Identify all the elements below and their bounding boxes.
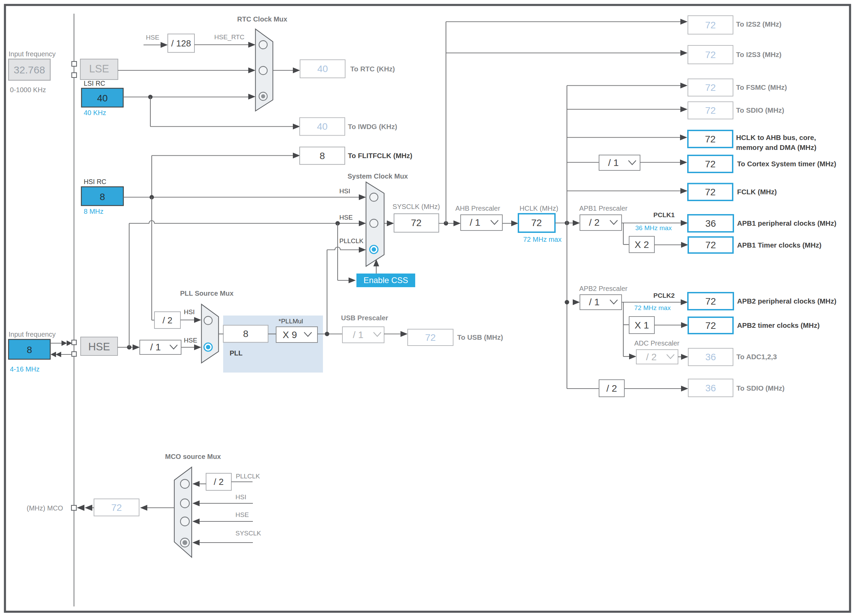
svg-text:/ 2: / 2 xyxy=(646,352,656,362)
svg-text:PLLCLK: PLLCLK xyxy=(236,472,260,480)
svg-text:72 MHz max: 72 MHz max xyxy=(523,235,561,243)
svg-text:APB1 Timer clocks (MHz): APB1 Timer clocks (MHz) xyxy=(737,241,821,249)
svg-text:PCLK2: PCLK2 xyxy=(653,292,674,299)
svg-text:/ 2: / 2 xyxy=(162,315,173,326)
svg-text:To SDIO (MHz): To SDIO (MHz) xyxy=(736,384,785,392)
svg-text:LSE: LSE xyxy=(89,63,109,75)
svg-text:/ 1: / 1 xyxy=(352,330,363,340)
svg-text:To USB (MHz): To USB (MHz) xyxy=(457,333,503,341)
svg-text:72: 72 xyxy=(705,296,716,307)
svg-text:HSE: HSE xyxy=(184,337,197,344)
svg-text:HSI: HSI xyxy=(236,494,247,501)
svg-text:PCLK1: PCLK1 xyxy=(653,211,675,219)
svg-text:To SDIO (MHz): To SDIO (MHz) xyxy=(736,106,784,114)
svg-text:To I2S3 (MHz): To I2S3 (MHz) xyxy=(736,50,781,58)
svg-text:/ 2: / 2 xyxy=(606,383,617,394)
svg-text:(MHz) MCO: (MHz) MCO xyxy=(27,504,63,512)
svg-text:40 KHz: 40 KHz xyxy=(84,109,106,116)
svg-text:72 MHz max: 72 MHz max xyxy=(634,304,671,312)
svg-text:72: 72 xyxy=(111,502,122,513)
svg-text:72: 72 xyxy=(705,187,716,197)
svg-text:0-1000 KHz: 0-1000 KHz xyxy=(10,86,46,93)
svg-text:HSE: HSE xyxy=(339,214,352,221)
svg-text:memory and DMA (MHz): memory and DMA (MHz) xyxy=(736,144,817,151)
svg-text:/ 2: / 2 xyxy=(589,217,599,228)
svg-text:36 MHz max: 36 MHz max xyxy=(635,224,672,231)
svg-text:/ 1: / 1 xyxy=(150,342,161,352)
svg-text:/ 1: / 1 xyxy=(608,157,619,168)
svg-text:/ 128: / 128 xyxy=(171,38,191,49)
svg-text:X 1: X 1 xyxy=(634,320,649,330)
svg-text:APB2 timer clocks (MHz): APB2 timer clocks (MHz) xyxy=(737,321,820,329)
svg-text:SYSCLK: SYSCLK xyxy=(236,530,261,537)
svg-text:To ADC1,2,3: To ADC1,2,3 xyxy=(736,353,777,361)
svg-text:HSE: HSE xyxy=(88,341,110,353)
svg-text:/ 2: / 2 xyxy=(214,477,224,487)
svg-text:36: 36 xyxy=(705,218,716,229)
svg-text:72: 72 xyxy=(705,159,716,170)
svg-text:8 MHz: 8 MHz xyxy=(84,208,104,215)
svg-text:Enable CSS: Enable CSS xyxy=(363,275,408,285)
svg-text:40: 40 xyxy=(317,121,327,132)
svg-text:HSI RC: HSI RC xyxy=(84,178,106,185)
svg-text:To FLITFCLK (MHz): To FLITFCLK (MHz) xyxy=(348,151,412,159)
svg-text:72: 72 xyxy=(705,49,716,60)
svg-text:PLL Source Mux: PLL Source Mux xyxy=(180,290,233,297)
svg-text:HSI: HSI xyxy=(339,188,350,195)
svg-text:8: 8 xyxy=(27,344,32,355)
svg-text:36: 36 xyxy=(705,383,716,393)
svg-text:USB Prescaler: USB Prescaler xyxy=(341,314,388,322)
svg-text:72: 72 xyxy=(705,320,716,331)
svg-text:AHB Prescaler: AHB Prescaler xyxy=(455,205,500,212)
svg-text:ADC Prescaler: ADC Prescaler xyxy=(634,339,680,347)
svg-text:72: 72 xyxy=(531,217,542,228)
svg-text:Input frequency: Input frequency xyxy=(9,50,56,58)
svg-text:To RTC (KHz): To RTC (KHz) xyxy=(350,65,395,73)
svg-text:72: 72 xyxy=(705,134,716,144)
svg-text:Input frequency: Input frequency xyxy=(9,330,56,338)
svg-text:LSI RC: LSI RC xyxy=(84,79,105,87)
svg-text:System Clock Mux: System Clock Mux xyxy=(348,173,408,180)
svg-text:HSE_RTC: HSE_RTC xyxy=(214,34,244,41)
svg-text:MCO source Mux: MCO source Mux xyxy=(165,453,221,460)
svg-text:HCLK (MHz): HCLK (MHz) xyxy=(519,205,558,212)
svg-text:8: 8 xyxy=(320,151,325,161)
svg-text:HSE: HSE xyxy=(236,511,249,518)
svg-text:SYSCLK (MHz): SYSCLK (MHz) xyxy=(393,203,440,210)
svg-text:HSE: HSE xyxy=(146,34,159,41)
svg-text:To IWDG (KHz): To IWDG (KHz) xyxy=(348,122,397,130)
svg-text:36: 36 xyxy=(705,352,716,362)
svg-text:APB1 peripheral clocks (MHz): APB1 peripheral clocks (MHz) xyxy=(737,219,837,227)
svg-text:72: 72 xyxy=(705,105,716,116)
svg-text:32.768: 32.768 xyxy=(14,64,45,75)
svg-text:8: 8 xyxy=(100,191,105,202)
svg-text:APB1 Prescaler: APB1 Prescaler xyxy=(579,205,628,212)
svg-text:APB2 peripheral clocks (MHz): APB2 peripheral clocks (MHz) xyxy=(737,297,837,305)
svg-text:/ 1: / 1 xyxy=(589,297,599,307)
svg-text:*PLLMul: *PLLMul xyxy=(279,318,303,325)
svg-text:PLLCLK: PLLCLK xyxy=(339,237,363,245)
svg-text:To FSMC (MHz): To FSMC (MHz) xyxy=(736,83,787,91)
svg-text:/ 1: / 1 xyxy=(469,217,480,228)
svg-text:X 9: X 9 xyxy=(283,330,297,340)
svg-text:PLL: PLL xyxy=(230,349,243,357)
svg-text:To Cortex System timer (MHz): To Cortex System timer (MHz) xyxy=(737,160,836,168)
svg-text:40: 40 xyxy=(97,93,108,104)
svg-text:4-16 MHz: 4-16 MHz xyxy=(10,365,40,373)
svg-text:72: 72 xyxy=(705,20,716,31)
svg-text:72: 72 xyxy=(705,82,716,93)
svg-text:40: 40 xyxy=(317,64,328,74)
svg-text:72: 72 xyxy=(705,240,716,250)
svg-text:72: 72 xyxy=(411,217,421,228)
svg-text:To I2S2 (MHz): To I2S2 (MHz) xyxy=(736,20,781,28)
svg-text:HSI: HSI xyxy=(184,308,195,315)
svg-text:FCLK (MHz): FCLK (MHz) xyxy=(737,188,777,196)
svg-text:RTC Clock Mux: RTC Clock Mux xyxy=(237,15,287,23)
svg-text:8: 8 xyxy=(243,329,248,339)
svg-text:HCLK to AHB bus, core,: HCLK to AHB bus, core, xyxy=(736,133,816,141)
svg-text:X 2: X 2 xyxy=(634,239,649,250)
svg-text:72: 72 xyxy=(425,332,436,343)
svg-text:APB2 Prescaler: APB2 Prescaler xyxy=(579,285,628,292)
